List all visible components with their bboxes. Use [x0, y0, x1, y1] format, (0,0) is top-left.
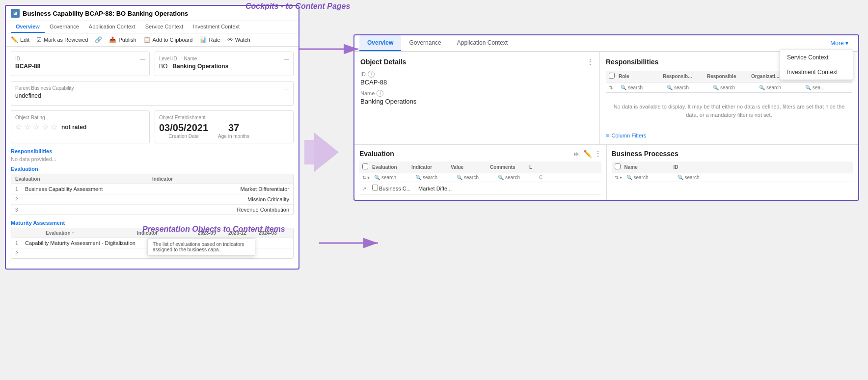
more-button[interactable]: More ▾ Service Context Investment Contex…	[825, 37, 853, 50]
tab-governance[interactable]: Governance	[45, 21, 84, 33]
eval-table-header: Evaluation Indicator	[11, 174, 293, 184]
dropdown-investment-context[interactable]: Investment Context	[780, 65, 853, 80]
resp-select-all[interactable]	[609, 73, 615, 79]
publish-icon: 📤	[109, 36, 116, 43]
responsibilities-no-data: No data provided...	[11, 156, 294, 162]
eval-search-eval: 🔍	[374, 175, 413, 180]
rate-button[interactable]: 📊 Rate	[199, 36, 220, 43]
annotation-presentation: Presentation Objects to Content Items	[142, 225, 285, 234]
filter-lines-icon: ≡	[606, 133, 609, 138]
eval-data-row-1: ↗ Business C... Market Diffe...	[359, 182, 601, 195]
parent-field: Parent Business Capability — undefined	[11, 81, 294, 106]
eval-search-indicator-input[interactable]	[423, 175, 447, 180]
id-value: BCAP-88	[15, 63, 145, 70]
search-icon-comments: 🔍	[498, 175, 504, 180]
watch-icon: 👁	[227, 36, 233, 43]
search-icon-bp-name: 🔍	[626, 175, 632, 180]
panel-title-text: Business Capability BCAP-88: BO Banking …	[23, 10, 188, 17]
right-panel: Overview Governance Application Context …	[353, 34, 859, 201]
bp-search-id: 🔍	[678, 175, 727, 180]
watch-button[interactable]: 👁 Watch	[227, 36, 250, 43]
eval-table-header-right: Evaluation Indicator Value Comments L	[359, 162, 601, 173]
bp-search-id-input[interactable]	[685, 175, 714, 180]
bottom-arrow	[314, 231, 393, 255]
eval-tooltip: The list of evaluations based on indicat…	[147, 238, 255, 256]
resp-no-data: No data is available to display. It may …	[606, 93, 852, 129]
star-rating: ☆ ☆ ☆ ☆ ☆ not rated	[15, 122, 145, 132]
right-tab-governance[interactable]: Governance	[401, 35, 449, 51]
resp-search-resp2-input[interactable]	[720, 85, 745, 90]
bp-filter-row: ⇅ ▾ 🔍 🔍	[612, 173, 854, 182]
object-details-menu[interactable]: ⋮	[587, 58, 594, 66]
responsibilities-title: Responsibilities	[11, 148, 294, 154]
left-nav-tabs: Overview Governance Application Context …	[6, 21, 298, 33]
edit-icon: ✏️	[11, 36, 18, 43]
eval-menu[interactable]: ⋮	[595, 150, 601, 158]
eval-search-value-input[interactable]	[464, 175, 488, 180]
evaluation-panel-right: Evaluation ⏭ ✏️ ⋮ Evaluation Indicator V…	[354, 145, 607, 200]
id-field-right: ID i BCAP-88	[360, 71, 594, 86]
resp-search-responsible2: 🔍	[713, 85, 757, 90]
top-arrow	[295, 29, 373, 69]
clipboard-icon: 📋	[143, 36, 151, 43]
annotation-cockpits: Cockpits - to Content Pages	[245, 2, 350, 11]
rating-row: Object Rating ☆ ☆ ☆ ☆ ☆ not rated Object…	[11, 110, 294, 143]
eval-edit-icon[interactable]: ✏️	[583, 150, 592, 158]
eval-search-eval-input[interactable]	[381, 175, 406, 180]
tab-service-context[interactable]: Service Context	[140, 21, 189, 33]
bp-select-all[interactable]	[615, 163, 621, 169]
resp-search-resp1-input[interactable]	[674, 85, 699, 90]
column-filters-btn[interactable]: ≡ Column Filters	[606, 133, 852, 138]
rating-field: Object Rating ☆ ☆ ☆ ☆ ☆ not rated	[11, 110, 150, 143]
eval-select-all[interactable]	[362, 163, 368, 169]
evaluation-table: Evaluation Indicator 1 Business Capabili…	[11, 174, 294, 215]
tab-application-context[interactable]: Application Context	[84, 21, 140, 33]
name-field-right: Name i Banking Operations	[360, 90, 594, 105]
eval-search-indicator: 🔍	[415, 175, 455, 180]
eval-filter-dropdown[interactable]: ▾	[367, 175, 370, 180]
dropdown-service-context[interactable]: Service Context	[780, 50, 853, 65]
search-icon-person: 🔍	[805, 85, 811, 90]
center-arrow	[304, 133, 339, 172]
bp-search-name: 🔍	[626, 175, 676, 180]
resp-search-org-input[interactable]	[766, 85, 791, 90]
mark-reviewed-button[interactable]: ☑ Mark as Reviewed	[36, 36, 88, 43]
check-icon: ☑	[36, 36, 42, 43]
edit-button[interactable]: ✏️ Edit	[11, 36, 29, 43]
capability-icon: ⊞	[11, 9, 20, 18]
bp-search-name-input[interactable]	[634, 175, 663, 180]
name-info-icon[interactable]: i	[377, 90, 383, 97]
resp-filter-row: ⇅ 🔍 🔍 🔍 🔍 🔍	[606, 82, 852, 93]
link-icon: 🔗	[95, 36, 102, 43]
eval-filter-icon: ⇅	[362, 175, 366, 180]
expand-icon[interactable]: ↗	[362, 186, 366, 191]
search-icon-bp-id: 🔍	[678, 175, 683, 180]
content-area: ID — BCAP-88 Level ID Name — BO Banking …	[6, 47, 298, 269]
bp-filter-dropdown[interactable]: ▾	[620, 175, 622, 180]
tab-overview[interactable]: Overview	[11, 21, 45, 33]
rate-icon: 📊	[199, 36, 207, 43]
search-icon-role: 🔍	[621, 85, 626, 90]
eval-row-checkbox[interactable]	[372, 185, 378, 190]
tab-investment-context[interactable]: Investment Context	[188, 21, 244, 33]
right-tab-application-context[interactable]: Application Context	[449, 35, 515, 51]
resp-search-person-input[interactable]	[813, 85, 827, 90]
eval-search-value: 🔍	[457, 175, 496, 180]
resp-search-role-input[interactable]	[628, 85, 652, 90]
eval-filter-row: ⇅ ▾ 🔍 🔍 🔍 🔍 C	[359, 173, 601, 182]
resp-search-org: 🔍	[759, 85, 803, 90]
search-icon-eval: 🔍	[374, 175, 380, 180]
search-icon-resp1: 🔍	[667, 85, 673, 90]
evaluation-title: Evaluation	[11, 166, 294, 172]
eval-search-comments: 🔍	[498, 175, 537, 180]
id-field: ID — BCAP-88	[11, 52, 150, 76]
link-icon-btn: 🔗	[95, 36, 102, 43]
id-info-icon[interactable]: i	[368, 71, 375, 78]
publish-button[interactable]: 📤 Publish	[109, 36, 136, 43]
eval-search-comments-input[interactable]	[505, 175, 530, 180]
add-clipboard-button[interactable]: 📋 Add to Clipboard	[143, 36, 193, 43]
search-icon-org: 🔍	[759, 85, 765, 90]
more-dropdown: Service Context Investment Context	[780, 50, 853, 80]
eval-row-3: 3 Revenue Contribution	[11, 205, 293, 215]
search-icon-value: 🔍	[457, 175, 462, 180]
